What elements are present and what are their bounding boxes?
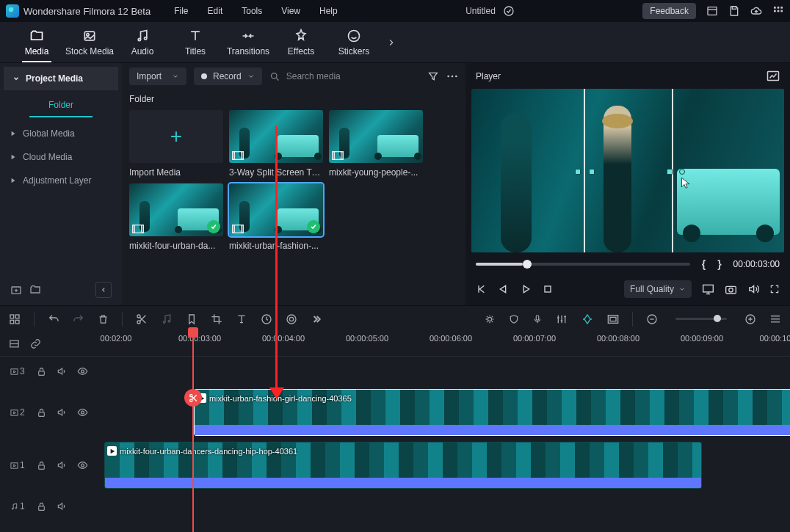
snapshot-icon[interactable] bbox=[767, 70, 780, 81]
project-media-header[interactable]: Project Media bbox=[4, 67, 118, 90]
collapse-sidebar-button[interactable] bbox=[95, 282, 112, 298]
record-dropdown[interactable]: Record bbox=[194, 68, 262, 85]
cloud-upload-icon[interactable] bbox=[750, 5, 762, 17]
tab-stock-media[interactable]: Stock Media bbox=[63, 28, 116, 57]
feedback-button[interactable]: Feedback bbox=[642, 3, 696, 19]
delete-icon[interactable] bbox=[98, 313, 109, 325]
play-back-button[interactable] bbox=[498, 283, 510, 295]
music-icon[interactable] bbox=[161, 313, 173, 325]
mute-icon[interactable] bbox=[57, 460, 67, 470]
undo-icon[interactable] bbox=[48, 313, 59, 325]
filter-icon[interactable] bbox=[427, 70, 439, 82]
new-folder-icon[interactable] bbox=[10, 284, 22, 296]
tab-stickers-label: Stickers bbox=[338, 46, 370, 57]
play-button[interactable] bbox=[520, 283, 532, 295]
fullscreen-icon[interactable] bbox=[769, 284, 780, 294]
prev-frame-button[interactable] bbox=[476, 283, 488, 295]
audio-track-1: 1 bbox=[0, 492, 790, 521]
mute-icon[interactable] bbox=[57, 407, 67, 418]
zoom-out-icon[interactable] bbox=[646, 313, 658, 325]
visibility-icon[interactable] bbox=[77, 408, 88, 417]
color-icon[interactable] bbox=[286, 313, 297, 325]
tab-effects[interactable]: Effects bbox=[275, 28, 327, 57]
cloud-sync-icon[interactable] bbox=[503, 5, 515, 17]
player-title: Player bbox=[476, 71, 501, 81]
track-size-icon[interactable] bbox=[769, 313, 781, 325]
apps-icon[interactable] bbox=[772, 5, 784, 17]
mark-in-button[interactable]: { bbox=[702, 258, 706, 270]
audio-track-icon bbox=[10, 503, 18, 511]
mixer-icon[interactable] bbox=[556, 313, 568, 325]
camera-icon[interactable] bbox=[725, 284, 737, 295]
main-area: Project Media Folder Global Media Cloud … bbox=[0, 63, 790, 305]
mute-icon[interactable] bbox=[57, 501, 67, 511]
tab-transitions[interactable]: Transitions bbox=[222, 28, 275, 57]
svg-point-15 bbox=[271, 73, 277, 79]
shield-icon[interactable] bbox=[509, 313, 519, 325]
visibility-icon[interactable] bbox=[77, 461, 88, 470]
import-dropdown[interactable]: Import bbox=[129, 68, 186, 85]
text-icon[interactable] bbox=[236, 313, 247, 325]
stop-button[interactable] bbox=[542, 283, 554, 295]
menu-help[interactable]: Help bbox=[319, 6, 338, 16]
lock-icon[interactable] bbox=[37, 502, 46, 511]
playhead[interactable] bbox=[192, 332, 194, 532]
render-icon[interactable] bbox=[484, 313, 496, 325]
menu-edit[interactable]: Edit bbox=[208, 6, 223, 16]
menu-view[interactable]: View bbox=[281, 6, 300, 16]
svg-point-47 bbox=[488, 317, 491, 321]
timeline-clip[interactable]: mixkit-four-urban-dancers-dancing-hip-ho… bbox=[104, 442, 702, 489]
sidebar-item-global-media[interactable]: Global Media bbox=[0, 122, 122, 145]
ripple-icon[interactable] bbox=[9, 338, 20, 349]
tab-stickers[interactable]: Stickers bbox=[327, 28, 380, 57]
tab-audio[interactable]: Audio bbox=[116, 28, 169, 57]
save-icon[interactable] bbox=[728, 5, 740, 17]
layout-icon[interactable] bbox=[706, 5, 718, 17]
menu-tools[interactable]: Tools bbox=[242, 6, 262, 16]
menu-file[interactable]: File bbox=[174, 6, 188, 16]
redo-icon[interactable] bbox=[73, 313, 84, 325]
marker-icon[interactable] bbox=[186, 313, 198, 325]
link-icon[interactable] bbox=[30, 338, 41, 349]
voiceover-icon[interactable] bbox=[532, 313, 543, 325]
more-icon[interactable] bbox=[446, 75, 458, 78]
player-canvas[interactable] bbox=[471, 89, 784, 252]
media-item[interactable]: mixkit-four-urban-da... bbox=[129, 183, 223, 251]
mark-out-button[interactable]: } bbox=[717, 258, 721, 270]
tabs-scroll-right[interactable] bbox=[386, 37, 396, 48]
sidebar-item-cloud-media[interactable]: Cloud Media bbox=[0, 145, 122, 169]
crop-icon[interactable] bbox=[211, 313, 222, 325]
keyframe-icon[interactable] bbox=[581, 313, 594, 325]
split-at-playhead-icon[interactable] bbox=[184, 389, 202, 407]
quality-dropdown[interactable]: Full Quality bbox=[624, 280, 692, 298]
svg-rect-24 bbox=[341, 152, 344, 160]
time-ruler[interactable]: 00:02:00 00:00:03:00 00:00:04:00 00:00:0… bbox=[0, 332, 790, 357]
media-item-import[interactable]: + Import Media bbox=[129, 110, 223, 178]
tab-titles[interactable]: Titles bbox=[169, 28, 222, 57]
lock-icon[interactable] bbox=[37, 461, 46, 470]
zoom-in-icon[interactable] bbox=[744, 313, 756, 325]
media-item[interactable]: mixkit-young-people-... bbox=[329, 110, 423, 178]
manage-tracks-icon[interactable] bbox=[9, 313, 21, 325]
volume-icon[interactable] bbox=[747, 283, 759, 295]
mute-icon[interactable] bbox=[57, 366, 67, 376]
svg-point-46 bbox=[289, 317, 293, 321]
tab-media[interactable]: Media bbox=[10, 28, 63, 57]
svg-point-68 bbox=[12, 508, 13, 509]
zoom-slider[interactable] bbox=[675, 318, 727, 320]
clip-play-icon bbox=[107, 446, 117, 456]
speed-icon[interactable] bbox=[261, 313, 272, 325]
split-icon[interactable] bbox=[136, 313, 148, 325]
more-tools-icon[interactable] bbox=[311, 313, 322, 325]
visibility-icon[interactable] bbox=[77, 367, 88, 376]
lock-icon[interactable] bbox=[37, 367, 46, 376]
search-input[interactable]: Search media bbox=[269, 71, 420, 82]
sidebar-item-adjustment-layer[interactable]: Adjustment Layer bbox=[0, 169, 122, 192]
svg-rect-48 bbox=[536, 315, 539, 319]
display-icon[interactable] bbox=[702, 284, 714, 295]
sidebar-item-folder[interactable]: Folder bbox=[29, 94, 93, 117]
player-scrubber[interactable] bbox=[476, 263, 690, 266]
lock-icon[interactable] bbox=[37, 408, 46, 418]
aspect-icon[interactable] bbox=[607, 314, 619, 324]
folder-icon[interactable] bbox=[29, 284, 41, 296]
